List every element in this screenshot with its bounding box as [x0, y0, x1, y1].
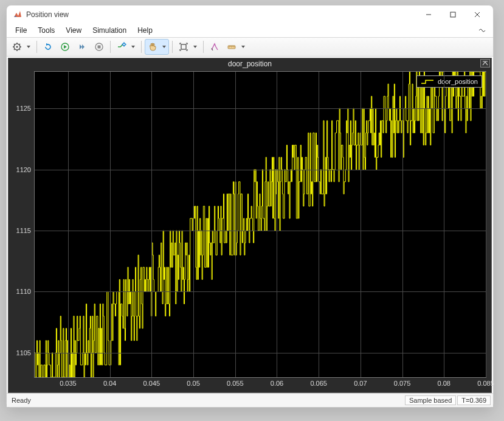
menu-simulation[interactable]: Simulation: [88, 25, 131, 36]
toolbar: [7, 37, 493, 57]
x-tick-label: 0.04: [103, 377, 116, 387]
svg-rect-0: [450, 12, 455, 17]
matlab-icon: [13, 10, 22, 19]
svg-line-8: [19, 49, 21, 50]
x-tick-label: 0.055: [227, 377, 244, 387]
measurements-button[interactable]: [224, 39, 248, 55]
menu-tools[interactable]: Tools: [33, 25, 60, 36]
gridline-vertical: [402, 72, 403, 377]
svg-point-2: [16, 46, 18, 47]
restart-button[interactable]: [40, 39, 56, 55]
gridline-vertical: [486, 72, 486, 377]
svg-line-7: [14, 44, 15, 45]
gridline-vertical: [110, 72, 111, 377]
gridline-vertical: [68, 72, 69, 377]
scope-plot-area: door_position door_position 110511101115…: [8, 58, 492, 393]
cursor-measurements-button[interactable]: [207, 39, 223, 55]
axes[interactable]: door_position 110511101115112011250.0350…: [34, 71, 486, 378]
status-bar: Ready Sample based T=0.369: [7, 393, 493, 407]
svg-rect-15: [181, 44, 186, 49]
x-tick-label: 0.07: [354, 377, 367, 387]
signal-trace: [35, 72, 486, 377]
svg-rect-13: [98, 46, 101, 49]
toolbar-separator: [203, 41, 204, 53]
gridline-vertical: [151, 72, 152, 377]
step-forward-button[interactable]: [74, 39, 90, 55]
gridline-horizontal: [35, 108, 486, 109]
x-tick-label: 0.065: [310, 377, 327, 387]
gridline-horizontal: [35, 231, 486, 231]
minimize-button[interactable]: [416, 6, 441, 23]
x-tick-label: 0.075: [394, 377, 411, 387]
svg-line-9: [14, 49, 15, 50]
menu-overflow-icon[interactable]: [475, 25, 489, 36]
gridline-vertical: [444, 72, 444, 377]
y-tick-label: 1120: [16, 166, 35, 173]
x-tick-label: 0.045: [143, 377, 161, 387]
gridline-horizontal: [35, 353, 486, 353]
toolbar-separator: [110, 41, 111, 53]
plot-title: door_position: [9, 58, 491, 70]
gridline-vertical: [319, 72, 319, 377]
run-button[interactable]: [57, 39, 73, 55]
pan-button[interactable]: [145, 39, 169, 55]
gridline-horizontal: [35, 170, 486, 170]
x-tick-label: 0.05: [187, 377, 199, 387]
status-mode: Sample based: [405, 395, 456, 405]
window-title: Position view: [26, 10, 69, 19]
y-tick-label: 1125: [16, 105, 35, 112]
y-tick-label: 1110: [16, 288, 35, 295]
status-time: T=0.369: [457, 395, 491, 405]
gridline-vertical: [235, 72, 236, 377]
toolbar-separator: [172, 41, 173, 53]
stop-button[interactable]: [91, 39, 107, 55]
gridline-vertical: [277, 72, 277, 377]
toolbar-separator: [141, 41, 142, 53]
menu-bar: File Tools View Simulation Help: [7, 24, 493, 37]
menu-file[interactable]: File: [10, 25, 32, 36]
configure-button[interactable]: [9, 39, 33, 55]
title-bar: Position view: [7, 5, 493, 24]
x-tick-label: 0.085: [477, 377, 494, 387]
gridline-vertical: [361, 72, 361, 377]
gridline-vertical: [193, 72, 194, 377]
svg-point-14: [123, 43, 125, 46]
gridline-horizontal: [35, 291, 486, 292]
svg-line-10: [19, 44, 21, 45]
y-tick-label: 1105: [16, 349, 35, 357]
maximize-button[interactable]: [441, 6, 465, 23]
x-tick-label: 0.035: [60, 377, 77, 387]
y-tick-label: 1115: [16, 227, 35, 234]
status-ready: Ready: [9, 397, 31, 404]
x-tick-label: 0.08: [438, 377, 450, 387]
plot-maximize-icon[interactable]: [480, 59, 490, 68]
toolbar-separator: [36, 41, 37, 53]
close-button[interactable]: [465, 6, 489, 23]
highlight-signal-button[interactable]: [114, 39, 138, 55]
app-window: Position view File Tools View Simulation…: [6, 5, 494, 408]
zoom-extents-button[interactable]: [176, 39, 200, 55]
menu-view[interactable]: View: [61, 25, 86, 36]
x-tick-label: 0.06: [271, 377, 283, 387]
legend-sample-icon: [421, 78, 434, 85]
legend[interactable]: door_position: [416, 75, 482, 88]
menu-help[interactable]: Help: [133, 25, 157, 36]
